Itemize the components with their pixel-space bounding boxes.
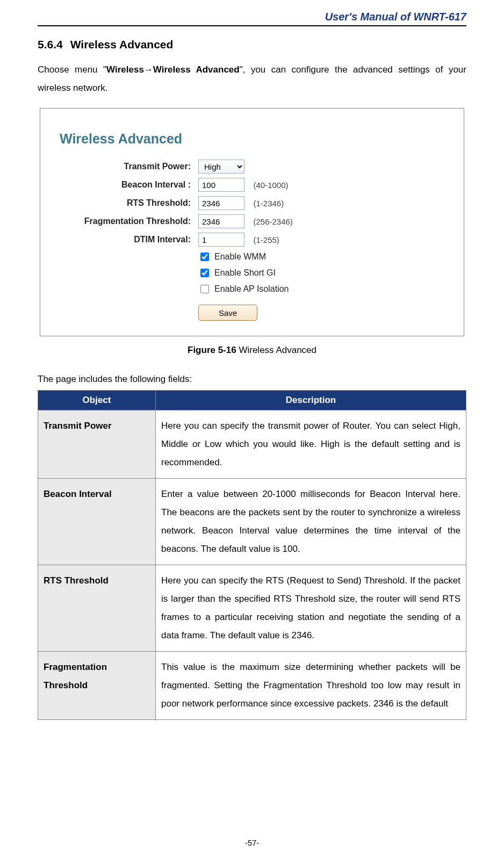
row-rts-threshold: RTS Threshold: (1-2346) [60, 196, 444, 210]
input-dtim-interval[interactable] [198, 233, 244, 247]
save-button[interactable]: Save [198, 305, 257, 321]
section-heading: 5.6.4Wireless Advanced [38, 38, 466, 51]
check-row-wmm: Enable WMM [198, 251, 444, 263]
checkbox-ap-isolation[interactable] [200, 285, 209, 293]
section-number: 5.6.4 [38, 38, 63, 51]
running-header: User's Manual of WNRT-617 [38, 11, 466, 26]
hint-frag-threshold: (256-2346) [253, 217, 292, 226]
hint-beacon-interval: (40-1000) [253, 181, 288, 190]
page-number: -57- [0, 838, 504, 847]
figure-caption: Figure 5-16 Wireless Advanced [38, 345, 466, 356]
check-row-short-gi: Enable Short GI [198, 267, 444, 279]
input-rts-threshold[interactable] [198, 196, 244, 210]
checkbox-wmm[interactable] [200, 253, 209, 261]
label-rts-threshold: RTS Threshold: [60, 198, 198, 208]
cell-object: Beacon Interval [38, 479, 156, 565]
section-title: Wireless Advanced [70, 38, 174, 51]
label-beacon-interval: Beacon Interval : [60, 180, 198, 190]
fields-intro: The page includes the following fields: [38, 374, 466, 385]
panel-title: Wireless Advanced [60, 131, 444, 147]
check-label-wmm: Enable WMM [214, 252, 266, 262]
row-frag-threshold: Fragmentation Threshold: (256-2346) [60, 214, 444, 228]
figure-number: Figure 5-16 [188, 345, 236, 355]
th-object: Object [38, 391, 156, 410]
checkbox-short-gi[interactable] [200, 269, 209, 277]
check-label-short-gi: Enable Short GI [214, 268, 276, 278]
intro-pre: Choose menu " [38, 64, 106, 75]
table-row: Fragmentation Threshold This value is th… [38, 652, 466, 720]
cell-description: This value is the maximum size determini… [156, 652, 466, 720]
cell-description: Here you can specify the RTS (Request to… [156, 565, 466, 652]
table-row: RTS Threshold Here you can specify the R… [38, 565, 466, 652]
row-transmit-power: Transmit Power: High [60, 160, 444, 174]
cell-description: Here you can specify the transmit power … [156, 410, 466, 479]
intro-menu-path: Wireless→Wireless Advanced [106, 64, 240, 75]
check-row-ap-isolation: Enable AP Isolation [198, 283, 444, 295]
cell-description: Enter a value between 20-1000 millisecon… [156, 479, 466, 565]
cell-object: RTS Threshold [38, 565, 156, 652]
check-label-ap-isolation: Enable AP Isolation [214, 284, 289, 294]
row-beacon-interval: Beacon Interval : (40-1000) [60, 178, 444, 192]
screenshot-panel: Wireless Advanced Transmit Power: High B… [40, 108, 464, 336]
table-row: Beacon Interval Enter a value between 20… [38, 479, 466, 565]
cell-object: Fragmentation Threshold [38, 652, 156, 720]
select-transmit-power[interactable]: High [198, 160, 244, 174]
label-transmit-power: Transmit Power: [60, 162, 198, 171]
row-dtim-interval: DTIM Interval: (1-255) [60, 233, 444, 247]
table-row: Transmit Power Here you can specify the … [38, 410, 466, 479]
hint-rts-threshold: (1-2346) [253, 199, 284, 208]
th-description: Description [156, 391, 466, 410]
description-table: Object Description Transmit Power Here y… [38, 390, 466, 720]
intro-paragraph: Choose menu "Wireless→Wireless Advanced"… [38, 61, 466, 97]
input-frag-threshold[interactable] [198, 214, 244, 228]
input-beacon-interval[interactable] [198, 178, 244, 192]
hint-dtim-interval: (1-255) [253, 235, 279, 244]
figure-text: Wireless Advanced [236, 345, 316, 355]
label-frag-threshold: Fragmentation Threshold: [60, 217, 198, 226]
label-dtim-interval: DTIM Interval: [60, 235, 198, 244]
cell-object: Transmit Power [38, 410, 156, 479]
